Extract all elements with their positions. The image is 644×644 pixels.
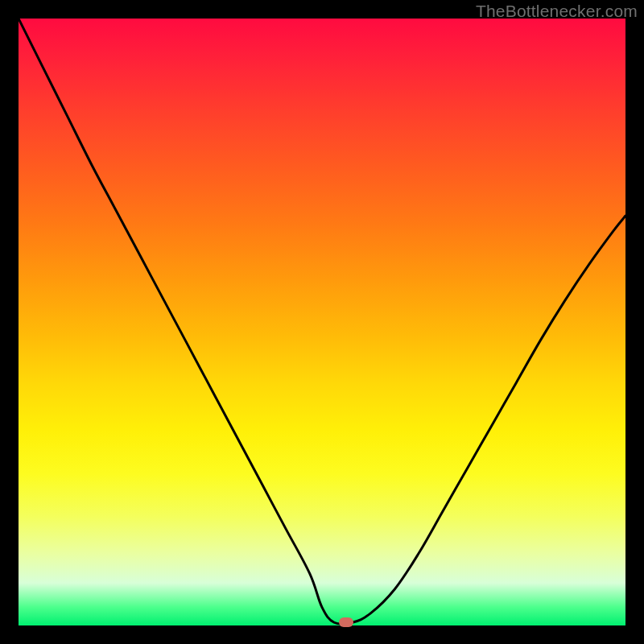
chart-frame: TheBottlenecker.com [0,0,644,644]
optimal-point-marker [339,617,353,627]
bottleneck-curve [19,19,625,625]
plot-area [19,19,625,625]
